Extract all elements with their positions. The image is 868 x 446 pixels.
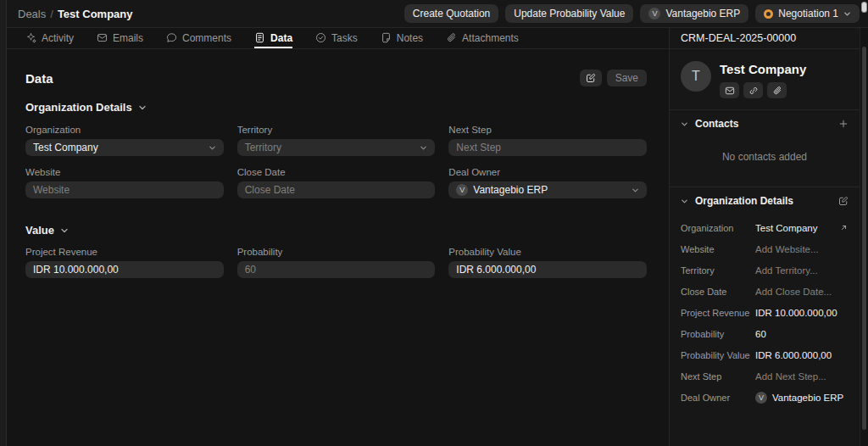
- detail-row-deal-owner: Deal Owner V Vantagebio ERP: [681, 387, 849, 408]
- note-icon: [381, 32, 392, 43]
- topbar-actions: Create Quotation Update Probability Valu…: [404, 4, 860, 23]
- owner-avatar: V: [755, 392, 767, 404]
- tab-comments[interactable]: Comments: [166, 28, 231, 48]
- deal-owner-name: Vantagebio ERP: [772, 393, 843, 403]
- value-section-toggle[interactable]: Value: [25, 224, 647, 237]
- field-territory: Territory Territory: [237, 125, 436, 156]
- detail-label: Project Revenue: [681, 308, 750, 318]
- probability-value-value: IDR 6.000.000,00: [456, 264, 639, 276]
- detail-value[interactable]: IDR 6.000.000,00: [755, 350, 832, 360]
- save-button[interactable]: Save: [607, 70, 647, 86]
- field-label: Probability: [237, 247, 436, 257]
- external-link-icon: [839, 223, 849, 232]
- owner-avatar: V: [456, 184, 468, 196]
- paperclip-icon: [446, 32, 457, 43]
- send-email-button[interactable]: [720, 82, 739, 98]
- probability-value: 60: [245, 264, 428, 276]
- tab-tasks[interactable]: Tasks: [315, 28, 358, 48]
- scrollbar-top-artifact: [861, 2, 867, 13]
- edit-layout-button[interactable]: [580, 70, 602, 86]
- detail-value[interactable]: IDR 10.000.000,00: [755, 308, 837, 318]
- detail-value[interactable]: Add Territory...: [755, 265, 818, 276]
- detail-row-probability-value: Probability Value IDR 6.000.000,00: [681, 344, 849, 365]
- detail-value[interactable]: V Vantagebio ERP: [755, 392, 843, 404]
- tabbar: Activity Emails Comments Data: [7, 28, 669, 49]
- detail-value[interactable]: Add Next Step...: [755, 371, 826, 382]
- stage-status-icon: [764, 9, 773, 19]
- project-revenue-input[interactable]: IDR 10.000.000,00: [25, 261, 224, 278]
- chevron-down-icon: [632, 187, 639, 194]
- tab-emails-label: Emails: [113, 32, 143, 44]
- organization-name: Test Company: [720, 62, 806, 76]
- detail-label: Close Date: [681, 287, 750, 297]
- field-website: Website: [25, 167, 224, 198]
- add-contact-button[interactable]: [838, 119, 849, 129]
- tab-tasks-label: Tasks: [331, 32, 358, 44]
- breadcrumb-deals-link[interactable]: Deals: [18, 8, 46, 20]
- chevron-down-icon: [681, 198, 688, 205]
- chevron-down-icon: [209, 144, 216, 152]
- collapsed-sidebar-edge[interactable]: [0, 0, 7, 446]
- detail-label: Probability Value: [681, 350, 750, 360]
- territory-select[interactable]: Territory: [237, 139, 436, 156]
- breadcrumb: Deals / Test Company: [18, 8, 132, 20]
- probability-value-input[interactable]: IDR 6.000.000,00: [448, 261, 647, 278]
- field-deal-owner: Deal Owner V Vantagebio ERP: [448, 167, 647, 198]
- contacts-section-toggle[interactable]: Contacts: [670, 110, 860, 137]
- open-organization-link[interactable]: [839, 220, 849, 236]
- detail-value[interactable]: Add Close Date...: [755, 287, 832, 297]
- detail-row-probability: Probability 60: [681, 323, 849, 344]
- comment-icon: [166, 32, 177, 43]
- field-label: Website: [25, 167, 224, 177]
- detail-value[interactable]: Add Website...: [755, 244, 819, 254]
- tab-notes[interactable]: Notes: [381, 28, 423, 48]
- page-title: Data: [25, 71, 53, 86]
- deal-owner-select[interactable]: V Vantagebio ERP: [448, 181, 647, 198]
- edit-fields-button[interactable]: [838, 196, 849, 206]
- tab-attachments-label: Attachments: [462, 32, 519, 44]
- org-details-section-toggle[interactable]: Organization Details: [25, 101, 647, 114]
- org-details-section-title: Organization Details: [25, 101, 132, 114]
- organization-avatar: T: [681, 61, 711, 92]
- close-date-input[interactable]: [237, 181, 436, 198]
- probability-input[interactable]: 60: [237, 261, 436, 278]
- field-label: Deal Owner: [448, 167, 647, 177]
- create-quotation-button[interactable]: Create Quotation: [404, 4, 498, 23]
- window-scrollbar[interactable]: [860, 28, 868, 446]
- next-step-input[interactable]: [448, 139, 647, 156]
- deal-owner-button[interactable]: V Vantagebio ERP: [640, 4, 748, 23]
- attach-file-button[interactable]: [767, 82, 787, 98]
- panel-org-details-toggle[interactable]: Organization Details: [670, 187, 860, 215]
- owner-name: Vantagebio ERP: [665, 8, 740, 20]
- organization-value: Test Company: [33, 142, 203, 153]
- deal-stage-button[interactable]: Negotiation 1: [755, 4, 860, 23]
- activity-icon: [25, 32, 36, 43]
- breadcrumb-current: Test Company: [58, 8, 133, 20]
- detail-label: Probability: [681, 329, 750, 339]
- organization-select[interactable]: Test Company: [25, 139, 224, 156]
- detail-label: Organization: [681, 223, 750, 233]
- chevron-down-icon: [681, 120, 688, 128]
- value-section-title: Value: [25, 224, 54, 237]
- copy-link-button[interactable]: [743, 82, 763, 98]
- detail-value[interactable]: Test Company: [755, 223, 818, 233]
- chevron-down-icon: [843, 10, 851, 18]
- deal-details-panel: CRM-DEAL-2025-00000 T Test Company: [670, 28, 860, 446]
- panel-org-details-section: Organization Details Organization Test C…: [670, 187, 860, 420]
- tab-emails[interactable]: Emails: [97, 28, 143, 48]
- field-project-revenue: Project Revenue IDR 10.000.000,00: [25, 247, 224, 278]
- detail-row-website: Website Add Website...: [681, 238, 849, 259]
- field-close-date: Close Date: [237, 167, 436, 198]
- detail-value[interactable]: 60: [755, 329, 766, 339]
- update-probability-button[interactable]: Update Probability Value: [505, 4, 633, 23]
- tab-attachments[interactable]: Attachments: [446, 28, 519, 48]
- website-input[interactable]: [25, 181, 224, 198]
- detail-label: Territory: [681, 265, 750, 276]
- scrollbar-thumb[interactable]: [862, 47, 866, 430]
- tab-data[interactable]: Data: [254, 28, 292, 48]
- detail-row-next-step: Next Step Add Next Step...: [681, 365, 849, 387]
- chevron-down-icon: [60, 226, 69, 235]
- tab-activity[interactable]: Activity: [25, 28, 74, 48]
- field-label: Organization: [25, 125, 224, 135]
- data-tab-content: Data Save Organization Details: [7, 49, 669, 446]
